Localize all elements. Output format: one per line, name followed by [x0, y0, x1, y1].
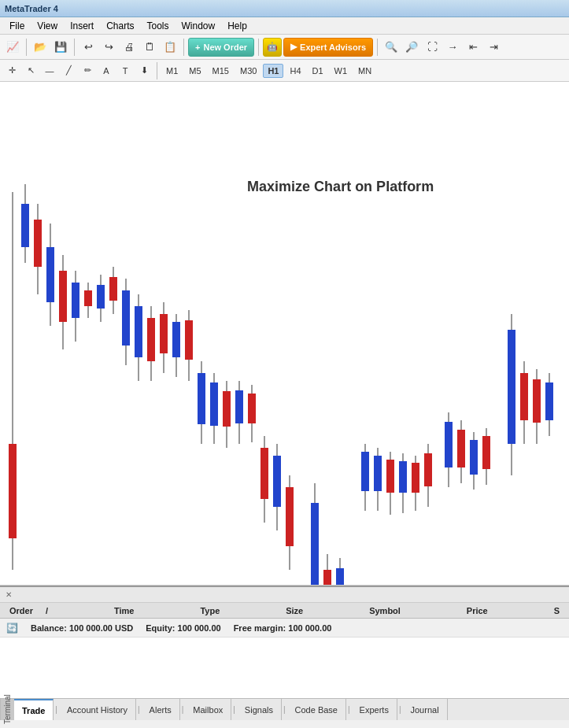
tab-sep-5: | — [282, 699, 287, 720]
tab-alerts[interactable]: Alerts — [142, 699, 180, 720]
svg-rect-73 — [520, 373, 528, 420]
sep1 — [26, 39, 27, 56]
tab-sep-4: | — [231, 699, 237, 720]
svg-rect-59 — [412, 463, 419, 493]
sep-tf — [157, 62, 157, 79]
terminal-close-btn[interactable]: ✕ — [3, 589, 14, 601]
svg-rect-5 — [46, 247, 54, 302]
tab-bar: Terminal Trade | Account History | Alert… — [0, 698, 569, 720]
zoom-out-btn[interactable]: 🔎 — [402, 38, 421, 57]
col-s[interactable]: S — [548, 606, 566, 615]
title-text: MetaTrader 4 — [5, 4, 58, 13]
tab-code-base[interactable]: Code Base — [287, 699, 346, 720]
title-bar: MetaTrader 4 — [0, 0, 569, 17]
tf-d1[interactable]: D1 — [308, 64, 328, 78]
col-sep: / — [39, 606, 54, 615]
tline-btn[interactable]: ╱ — [60, 62, 77, 79]
hline-btn[interactable]: — — [41, 62, 58, 79]
redo-btn[interactable]: ↪ — [99, 38, 118, 57]
terminal-content: 🔄 Balance: 100 000.00 USD Equity: 100 00… — [0, 619, 569, 698]
svg-rect-67 — [470, 440, 478, 475]
menu-bar: FileViewInsertChartsToolsWindowHelp — [0, 17, 569, 35]
print-btn[interactable]: 🖨 — [120, 38, 139, 57]
menu-item-tools[interactable]: Tools — [141, 19, 176, 33]
svg-rect-33 — [223, 391, 231, 427]
col-symbol[interactable]: Symbol — [363, 606, 407, 615]
ea-label: Expert Advisors — [300, 42, 366, 52]
undo-btn[interactable]: ↩ — [79, 38, 98, 57]
svg-rect-29 — [198, 373, 205, 424]
scroll-right-btn[interactable]: → — [443, 38, 462, 57]
tf-mn[interactable]: MN — [353, 64, 376, 78]
terminal-columns: Order / Time Type Size Symbol Price S — [0, 603, 569, 619]
chart-shift-btn[interactable]: ⇥ — [484, 38, 503, 57]
svg-rect-41 — [273, 456, 281, 507]
tf-h4[interactable]: H4 — [285, 64, 305, 78]
new-order-btn[interactable]: + New Order — [188, 38, 254, 57]
tab-account-history[interactable]: Account History — [59, 699, 136, 720]
tf-m30[interactable]: M30 — [235, 64, 261, 78]
col-time[interactable]: Time — [108, 606, 140, 615]
arrow-mark-btn[interactable]: ⬇ — [135, 62, 153, 79]
col-order[interactable]: Order — [3, 606, 39, 615]
tab-trade[interactable]: Trade — [14, 699, 54, 720]
svg-rect-45 — [311, 503, 319, 585]
tab-signals[interactable]: Signals — [237, 699, 282, 720]
new-chart-btn[interactable]: 📈 — [3, 38, 22, 57]
balance-icon: 🔄 — [6, 623, 18, 634]
chart-area[interactable]: Maximize Chart on Platform — [0, 82, 569, 586]
svg-rect-35 — [235, 390, 243, 423]
svg-rect-37 — [248, 394, 256, 423]
tf-w1[interactable]: W1 — [330, 64, 353, 78]
tab-experts[interactable]: Experts — [352, 699, 397, 720]
toolbar1: 📈 📂 💾 ↩ ↪ 🖨 🗒 📋 + New Order 🤖 ▶ Expert A… — [0, 35, 569, 60]
free-margin-text: Free margin: 100 000.00 — [234, 623, 332, 633]
draw-btn[interactable]: ✏ — [79, 62, 96, 79]
tab-sep-3: | — [180, 699, 186, 720]
save-btn[interactable]: 💾 — [51, 38, 70, 57]
sep2 — [74, 39, 75, 56]
svg-rect-31 — [210, 382, 218, 426]
col-size[interactable]: Size — [279, 606, 309, 615]
menu-item-insert[interactable]: Insert — [64, 19, 100, 33]
history-center-btn[interactable]: ⇤ — [464, 38, 482, 57]
label-btn[interactable]: T — [116, 62, 134, 79]
svg-rect-9 — [72, 283, 79, 318]
tab-journal[interactable]: Journal — [403, 699, 448, 720]
expert-advisors-btn[interactable]: ▶ Expert Advisors — [283, 38, 373, 57]
equity-text: Equity: 100 000.00 — [146, 623, 220, 633]
menu-item-window[interactable]: Window — [176, 19, 222, 33]
tab-sep-1: | — [54, 699, 59, 720]
terminal-header: ✕ — [0, 587, 569, 603]
terminal-panel: ✕ Order / Time Type Size Symbol Price S … — [0, 586, 569, 698]
new-order-label: New Order — [203, 42, 247, 52]
text-btn[interactable]: A — [98, 62, 115, 79]
svg-rect-1 — [21, 204, 29, 247]
tab-sep-7: | — [397, 699, 403, 720]
tf-h1[interactable]: H1 — [263, 64, 283, 78]
menu-item-view[interactable]: View — [31, 19, 64, 33]
col-type[interactable]: Type — [194, 606, 226, 615]
sep4 — [258, 39, 259, 56]
svg-rect-71 — [508, 330, 515, 444]
menu-item-charts[interactable]: Charts — [100, 19, 140, 33]
menu-item-help[interactable]: Help — [221, 19, 253, 33]
svg-rect-21 — [147, 318, 155, 361]
menu-item-file[interactable]: File — [3, 19, 31, 33]
zoom-in-btn[interactable]: 🔍 — [382, 38, 401, 57]
tf-m1[interactable]: M1 — [161, 64, 183, 78]
open-btn[interactable]: 📂 — [31, 38, 50, 57]
tf-m15[interactable]: M15 — [208, 64, 234, 78]
svg-rect-27 — [185, 320, 193, 360]
chart-svg — [0, 82, 569, 585]
copy-btn[interactable]: 📋 — [161, 38, 179, 57]
pan-btn[interactable]: ⛶ — [423, 38, 442, 57]
auto-trading-btn[interactable]: 🤖 — [263, 38, 282, 57]
crosshair-btn[interactable]: ✛ — [3, 62, 20, 79]
tab-mailbox[interactable]: Mailbox — [185, 699, 231, 720]
print-prev-btn[interactable]: 🗒 — [140, 38, 159, 57]
col-price[interactable]: Price — [460, 606, 494, 615]
svg-rect-3 — [34, 220, 42, 267]
arrow-btn[interactable]: ↖ — [22, 62, 39, 79]
tf-m5[interactable]: M5 — [184, 64, 205, 78]
